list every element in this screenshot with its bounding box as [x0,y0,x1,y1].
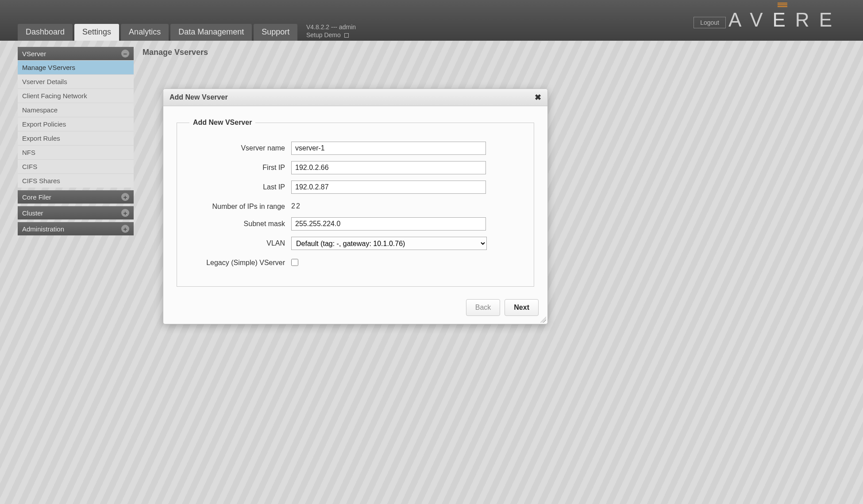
tab-analytics[interactable]: Analytics [121,24,169,41]
sidebar-item-export-policies[interactable]: Export Policies [18,117,134,131]
dialog-title: Add New Vserver [170,93,228,101]
plus-icon: + [121,193,129,201]
sidebar-item-cifs[interactable]: CIFS [18,159,134,173]
vserver-name-input[interactable] [291,142,486,155]
sidebar-group-label: Cluster [22,209,43,217]
back-button[interactable]: Back [466,299,501,316]
tab-settings[interactable]: Settings [74,24,119,41]
minus-icon: − [121,50,129,58]
subnet-mask-input[interactable] [291,217,486,231]
next-button[interactable]: Next [505,299,539,316]
label-vlan: VLAN [189,237,291,248]
version-line: V4.8.2.2 --- admin [306,23,356,31]
sidebar-item-cifs-shares[interactable]: CIFS Shares [18,173,134,188]
tab-data-management[interactable]: Data Management [170,24,252,41]
sidebar: VServer − Manage VServers Vserver Detail… [18,47,134,235]
brand-letter: V [750,9,772,31]
fieldset-legend: Add New VServer [189,119,255,127]
sidebar-item-manage-vservers[interactable]: Manage VServers [18,60,134,74]
label-last-ip: Last IP [189,181,291,192]
brand-letter: E [819,9,842,31]
label-first-ip: First IP [189,161,291,172]
plus-icon: + [121,209,129,217]
sidebar-item-export-rules[interactable]: Export Rules [18,131,134,145]
dialog-titlebar[interactable]: Add New Vserver ✖ [163,89,547,106]
label-legacy-vserver: Legacy (Simple) VServer [189,256,291,267]
brand-letter: A [728,9,750,31]
sidebar-group-administration[interactable]: Administration + [18,222,134,235]
resize-grip-icon[interactable] [540,316,546,323]
sidebar-group-label: Administration [22,225,64,233]
sidebar-item-vserver-details[interactable]: Vserver Details [18,74,134,88]
label-subnet-mask: Subnet mask [189,217,291,228]
page-title: Manage Vservers [143,47,208,57]
sidebar-group-label: Core Filer [22,193,51,201]
legacy-vserver-checkbox[interactable] [291,259,298,266]
setup-demo-icon [344,33,349,38]
close-icon[interactable]: ✖ [535,92,541,102]
sidebar-item-client-facing-network[interactable]: Client Facing Network [18,88,134,103]
sidebar-item-namespace[interactable]: Namespace [18,103,134,117]
vlan-select[interactable]: Default (tag: -, gateway: 10.1.0.76) [291,237,487,250]
sidebar-item-nfs[interactable]: NFS [18,145,134,159]
first-ip-input[interactable] [291,161,486,174]
tab-support[interactable]: Support [254,24,297,41]
sidebar-group-label: VServer [22,50,46,58]
num-ips-value: 22 [291,200,301,210]
last-ip-input[interactable] [291,181,486,194]
plus-icon: + [121,225,129,233]
tab-dashboard[interactable]: Dashboard [18,24,73,41]
nav-tabs: Dashboard Settings Analytics Data Manage… [18,24,297,41]
logout-button[interactable]: Logout [693,17,726,28]
sidebar-group-core-filer[interactable]: Core Filer + [18,190,134,204]
add-vserver-fieldset: Add New VServer Vserver name First IP La… [177,119,534,287]
add-vserver-dialog: Add New Vserver ✖ Add New VServer Vserve… [163,88,548,324]
top-bar: Logout AVERE Dashboard Settings Analytic… [0,0,863,41]
brand-logo: AVERE [728,9,842,31]
label-num-ips: Number of IPs in range [189,200,291,211]
sidebar-group-vserver[interactable]: VServer − [18,47,134,60]
brand-letter-accent: E [773,9,795,31]
version-info: V4.8.2.2 --- admin Setup Demo [306,23,356,39]
sidebar-group-cluster[interactable]: Cluster + [18,206,134,219]
label-vserver-name: Vserver name [189,142,291,153]
brand-letter: R [795,9,819,31]
setup-demo-link[interactable]: Setup Demo [306,31,341,38]
